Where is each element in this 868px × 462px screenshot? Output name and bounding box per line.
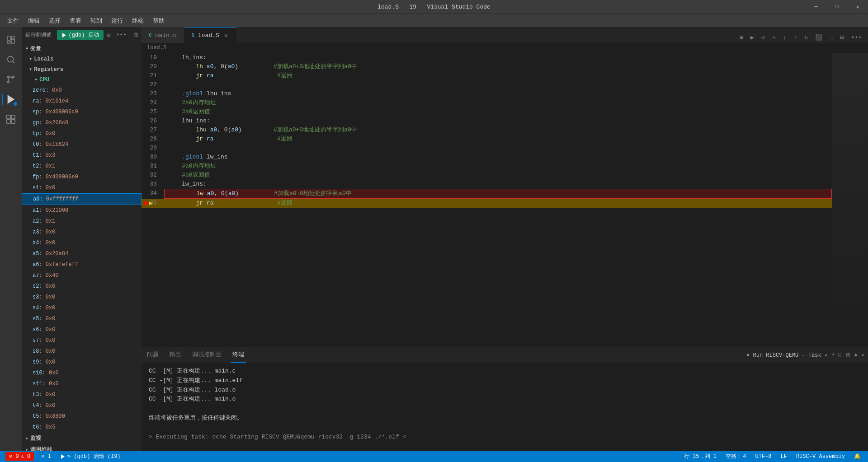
register-a6[interactable]: a6: 0xfefefeff [22, 259, 142, 270]
register-a2[interactable]: a2: 0x1 [22, 216, 142, 227]
layout-icon[interactable]: ⊟ [838, 32, 847, 43]
cpu-label: CPU [39, 77, 49, 83]
activity-extensions[interactable] [2, 110, 20, 128]
menu-select[interactable]: 选择 [45, 15, 64, 27]
status-feedback[interactable]: 🔔 [852, 452, 863, 461]
menu-goto[interactable]: 转到 [87, 15, 106, 27]
register-s6[interactable]: s6: 0x0 [22, 324, 142, 335]
maximize-button[interactable]: □ [826, 0, 847, 14]
status-errors[interactable]: ⊗ 0 ⚠ 0 [5, 452, 34, 461]
panel-trash-icon[interactable]: 🗑 [845, 352, 851, 359]
code-line-30: 30 .globl lw_ins [142, 153, 832, 162]
register-s3[interactable]: s3: 0x0 [22, 292, 142, 303]
panel-add-icon[interactable]: + [831, 352, 835, 358]
debug-restart-icon[interactable]: ↺ [759, 32, 768, 43]
tab-main-c[interactable]: C main.c [142, 27, 184, 43]
debug-play-button[interactable]: (gdb) 启动 [57, 30, 104, 40]
svg-rect-1 [11, 36, 14, 38]
debug-step-over-icon[interactable]: ↷ [769, 32, 778, 43]
debug-stop-icon[interactable]: ⬛ [812, 32, 825, 43]
register-s9[interactable]: s9: 0x0 [22, 357, 142, 368]
activity-debug[interactable] [2, 90, 20, 108]
register-t6[interactable]: t6: 0x5 [22, 422, 142, 433]
minimize-button[interactable]: ─ [806, 0, 826, 14]
activity-git[interactable] [2, 70, 20, 89]
register-t3[interactable]: t3: 0x0 [22, 389, 142, 400]
status-breakpoints[interactable]: ✕ 1 [39, 452, 53, 461]
cpu-section-header[interactable]: ▾ CPU [22, 75, 142, 85]
register-t5[interactable]: t5: 0x8800 [22, 411, 142, 422]
monitor-section-header[interactable]: ▸ 监视 [22, 433, 142, 444]
register-a3[interactable]: a3: 0x0 [22, 227, 142, 238]
register-a4[interactable]: a4: 0x0 [22, 238, 142, 248]
variables-section-header[interactable]: ▾ 变量 [22, 43, 142, 54]
debug-step-out-icon[interactable]: ↑ [791, 33, 800, 43]
more-actions-icon[interactable]: … [827, 33, 836, 43]
panel-maximize-icon[interactable]: ▲ [854, 352, 858, 358]
code-line-34: 34 lw a0, 0(a0) #加载a0+0地址处的字到a0中 [142, 189, 832, 199]
status-position[interactable]: 行 35，列 1 [682, 452, 718, 461]
register-a5[interactable]: a5: 0x20a84 [22, 248, 142, 259]
panel-tab-debug[interactable]: 调试控制台 [190, 347, 223, 363]
register-a1[interactable]: a1: 0x21008 [22, 205, 142, 216]
register-ra[interactable]: ra: 0x101e4 [22, 96, 142, 107]
panel-tab-output[interactable]: 输出 [168, 347, 183, 363]
register-zero[interactable]: zero: 0x0 [22, 85, 142, 96]
cpu-arrow: ▾ [34, 76, 38, 83]
register-fp[interactable]: fp: 0x408006e0 [22, 172, 142, 182]
debug-settings-icon[interactable]: ⚙ [105, 30, 113, 41]
panel-split-icon[interactable]: ⊟ [838, 352, 841, 359]
panel-tab-problems[interactable]: 问题 [145, 347, 160, 363]
menu-view[interactable]: 查看 [66, 15, 85, 27]
register-s8[interactable]: s8: 0x0 [22, 346, 142, 357]
callstack-section-header[interactable]: ▸ 调用堆栈 [22, 444, 142, 451]
activity-search[interactable] [2, 51, 20, 69]
tab-load-close[interactable]: ✕ [223, 31, 229, 40]
register-s1[interactable]: s1: 0x0 [22, 182, 142, 193]
terminal-line-1: CC -[M] 正在构建... main.elf [149, 376, 861, 386]
panel-tab-terminal[interactable]: 终端 [231, 347, 246, 363]
debug-more-icon[interactable]: ••• [114, 30, 128, 40]
register-t0[interactable]: t0: 0x1b624 [22, 139, 142, 150]
menu-help[interactable]: 帮助 [149, 15, 168, 27]
activity-explorer[interactable] [2, 31, 20, 49]
maximize-panel-icon[interactable]: ••• [849, 33, 864, 43]
register-s5[interactable]: s5: 0x0 [22, 313, 142, 324]
register-a7[interactable]: a7: 0x40 [22, 270, 142, 281]
registers-section-header[interactable]: ▾ Registers [22, 64, 142, 75]
register-t2[interactable]: t2: 0x1 [22, 161, 142, 172]
register-sp[interactable]: sp: 0x408006c0 [22, 107, 142, 117]
panel-close-icon[interactable]: ✕ [861, 352, 864, 359]
register-a0[interactable]: a0: 0xffffffff [22, 193, 142, 205]
code-area[interactable]: 19 lh_ins:20 lh a0, 0(a0) #加载a0+0地址处的半字到… [142, 53, 832, 347]
split-editor-icon[interactable]: ⊞ [737, 32, 746, 43]
panel-content[interactable]: CC -[M] 正在构建... main.cCC -[M] 正在构建... ma… [142, 363, 868, 451]
svg-rect-11 [11, 115, 15, 119]
status-debug[interactable]: ⊳ (gdb) 启动 (19) [58, 452, 123, 461]
register-tp[interactable]: tp: 0x0 [22, 128, 142, 139]
register-s11[interactable]: s11: 0x0 [22, 378, 142, 389]
register-s2[interactable]: s2: 0x0 [22, 281, 142, 292]
status-line-ending[interactable]: LF [779, 453, 789, 461]
status-spaces[interactable]: 空格: 4 [724, 452, 748, 461]
svg-marker-9 [8, 96, 14, 103]
register-s10[interactable]: s10: 0x0 [22, 368, 142, 378]
tab-load-s[interactable]: S load.S ✕ [184, 27, 237, 43]
menu-run[interactable]: 运行 [108, 15, 127, 27]
debug-step-into-icon[interactable]: ↓ [780, 33, 789, 43]
register-s7[interactable]: s7: 0x0 [22, 335, 142, 346]
status-language[interactable]: RISC-V Assembly [794, 453, 847, 461]
register-gp[interactable]: gp: 0x208c0 [22, 117, 142, 128]
register-s4[interactable]: s4: 0x0 [22, 303, 142, 313]
menu-edit[interactable]: 编辑 [24, 15, 43, 27]
menu-terminal[interactable]: 终端 [128, 15, 147, 27]
close-button[interactable]: ✕ [847, 0, 868, 14]
register-t1[interactable]: t1: 0x3 [22, 150, 142, 161]
debug-restart2-icon[interactable]: ↻ [802, 32, 811, 43]
debug-copy-icon[interactable]: ⧉ [134, 32, 138, 38]
menu-file[interactable]: 文件 [4, 15, 23, 27]
locals-section-header[interactable]: ▾ Locals [22, 54, 142, 64]
debug-step-icon[interactable]: ▶ [748, 32, 757, 43]
status-encoding[interactable]: UTF-8 [754, 453, 774, 461]
register-t4[interactable]: t4: 0x0 [22, 400, 142, 411]
